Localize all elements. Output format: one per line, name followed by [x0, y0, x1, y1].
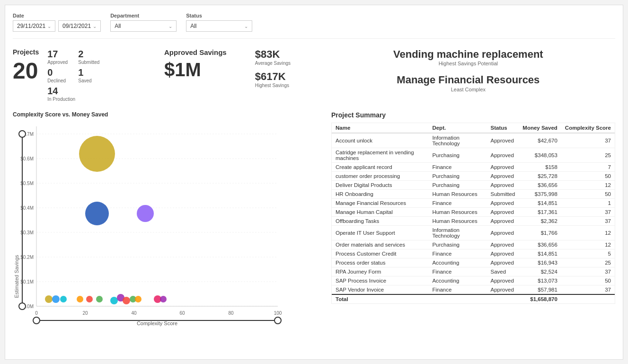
- y-slider-top-handle[interactable]: [19, 131, 26, 137]
- cell-status: Approved: [487, 181, 519, 190]
- cell-dept: Finance: [428, 285, 486, 295]
- cell-money: $375,998: [519, 190, 561, 199]
- status-filter-label: Status: [186, 13, 252, 18]
- cell-name: SAP Vendor Invoice: [332, 285, 428, 295]
- chart-wrapper: Estimated Savings $0.0M $0.1M: [13, 122, 327, 327]
- cell-name: customer order processing: [332, 172, 428, 181]
- cell-name: Manage Financial Resources: [332, 199, 428, 208]
- bubble-small-9[interactable]: [123, 297, 130, 304]
- cell-name: HR Onboarding: [332, 190, 428, 199]
- date-to-input[interactable]: 09/12/2021 ⌄: [58, 20, 101, 32]
- cell-status: Approved: [487, 199, 519, 208]
- svg-text:80: 80: [228, 311, 234, 316]
- cell-complexity: 12: [561, 240, 615, 249]
- cell-money: $25,728: [519, 172, 561, 181]
- table-row: customer order processing Purchasing App…: [332, 172, 615, 181]
- date-from-chevron-icon: ⌄: [47, 24, 51, 29]
- cell-status: Approved: [487, 249, 519, 258]
- cell-status: Approved: [487, 226, 519, 240]
- bubble-small-11[interactable]: [135, 296, 142, 302]
- cell-status: Approved: [487, 148, 519, 163]
- department-chevron-icon: ⌄: [168, 24, 172, 29]
- top-project-label: Highest Savings Potential: [331, 61, 606, 66]
- col-dept: Dept.: [428, 123, 486, 133]
- cell-complexity: 50: [561, 172, 615, 181]
- submitted-label: Submitted: [78, 60, 99, 65]
- table-row: Process order status Accounting Approved…: [332, 258, 615, 267]
- bubble-cartridge[interactable]: [79, 136, 115, 172]
- bubble-small-13[interactable]: [160, 296, 167, 302]
- chart-section: Complexity Score vs. Money Saved Estimat…: [13, 111, 327, 327]
- bubble-purple[interactable]: [137, 205, 154, 222]
- submitted-stat: 2 Submitted: [78, 48, 99, 65]
- col-money: Money Saved: [519, 123, 561, 133]
- department-select[interactable]: All ⌄: [110, 20, 177, 32]
- slider-left-handle[interactable]: [33, 317, 40, 324]
- top-projects-kpi: Vending machine replacement Highest Savi…: [321, 48, 615, 100]
- table-row: Offboarding Tasks Human Resources Approv…: [332, 217, 615, 226]
- bubble-small-7[interactable]: [110, 297, 118, 304]
- svg-text:20: 20: [82, 311, 88, 316]
- highest-savings-label: Highest Savings: [255, 83, 312, 88]
- col-complexity: Complexity Score: [561, 123, 615, 133]
- table-row: Create applicant record Finance Approved…: [332, 163, 615, 172]
- bubble-chart: Estimated Savings $0.0M $0.1M: [13, 122, 287, 325]
- cell-name: SAP Process Invoice: [332, 276, 428, 285]
- cell-money: $13,073: [519, 276, 561, 285]
- cell-money: $17,361: [519, 208, 561, 217]
- cell-complexity: 50: [561, 276, 615, 285]
- least-complex-label: Least Complex: [331, 87, 606, 92]
- cell-complexity: 7: [561, 163, 615, 172]
- cell-dept: Finance: [428, 267, 486, 276]
- cell-complexity: 25: [561, 258, 615, 267]
- cell-dept: Human Resources: [428, 190, 486, 199]
- y-slider-bottom-handle[interactable]: [19, 303, 26, 310]
- cell-complexity: 37: [561, 285, 615, 295]
- cell-complexity: 12: [561, 181, 615, 190]
- bubble-small-5[interactable]: [86, 296, 93, 302]
- status-filter-group: Status All ⌄: [186, 13, 252, 32]
- bubble-small-1[interactable]: [45, 295, 53, 303]
- table-scroll[interactable]: Name Dept. Status Money Saved Complexity…: [331, 123, 615, 304]
- cell-name: Process order status: [332, 258, 428, 267]
- table-body: Account unlock Information Technology Ap…: [332, 133, 615, 303]
- bubble-small-6[interactable]: [96, 296, 103, 302]
- cell-dept: Finance: [428, 199, 486, 208]
- cell-status: Approved: [487, 217, 519, 226]
- approved-savings-kpi: Approved Savings $1M: [145, 48, 246, 80]
- bubble-small-2[interactable]: [52, 295, 60, 303]
- col-status: Status: [487, 123, 519, 133]
- cell-money: $1,766: [519, 226, 561, 240]
- department-filter-group: Department All ⌄: [110, 13, 177, 32]
- bubble-small-3[interactable]: [60, 296, 67, 302]
- table-row: Operate IT User Support Information Tech…: [332, 226, 615, 240]
- table-row: Manage Financial Resources Finance Appro…: [332, 199, 615, 208]
- bubble-hr-onboarding[interactable]: [85, 202, 109, 225]
- svg-text:40: 40: [131, 311, 137, 316]
- approved-count: 17: [47, 48, 69, 60]
- cell-complexity: 50: [561, 190, 615, 199]
- date-from-input[interactable]: 29/11/2021 ⌄: [13, 20, 55, 32]
- cell-complexity: [561, 294, 615, 303]
- cell-dept: Finance: [428, 249, 486, 258]
- cell-name: Process Customer Credit: [332, 249, 428, 258]
- cell-dept: Purchasing: [428, 148, 486, 163]
- status-select[interactable]: All ⌄: [186, 20, 252, 32]
- cell-name: Total: [332, 294, 428, 303]
- least-complex-project: Manage Financial Resources Least Complex: [331, 74, 606, 92]
- cell-complexity: 37: [561, 267, 615, 276]
- col-name: Name: [332, 123, 428, 133]
- table-section: Project Summary Name Dept. Status Money …: [331, 111, 615, 327]
- cell-complexity: 12: [561, 226, 615, 240]
- cell-money: $36,656: [519, 240, 561, 249]
- cell-complexity: 37: [561, 217, 615, 226]
- top-savings-project: Vending machine replacement Highest Savi…: [331, 48, 606, 66]
- svg-text:0: 0: [35, 311, 38, 316]
- bubble-small-4[interactable]: [77, 296, 83, 302]
- table-header: Name Dept. Status Money Saved Complexity…: [332, 123, 615, 133]
- declined-count: 0: [47, 67, 69, 78]
- in-production-label: In Production: [47, 97, 99, 102]
- projects-total-container: Projects 20: [13, 48, 39, 82]
- slider-right-handle[interactable]: [274, 317, 281, 324]
- cell-complexity: 37: [561, 133, 615, 148]
